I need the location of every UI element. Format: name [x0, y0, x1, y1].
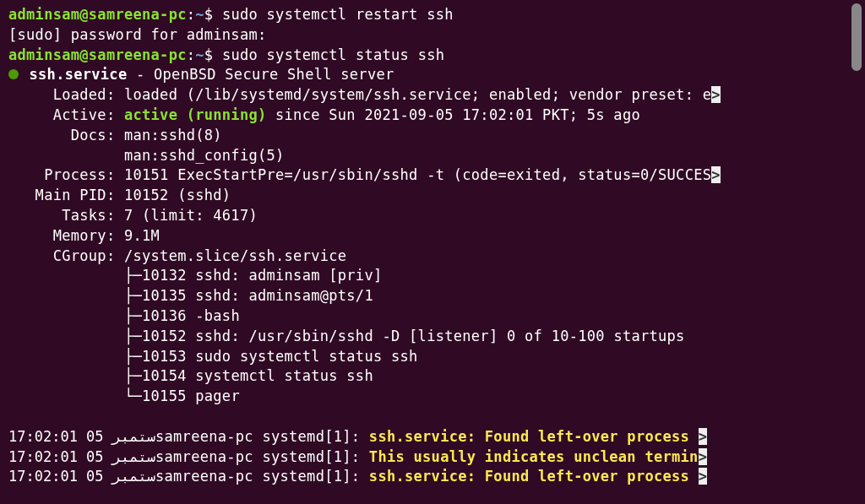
mainpid-line: Main PID: 10152 (sshd): [8, 186, 857, 206]
service-desc: - OpenBSD Secure Shell server: [127, 66, 394, 83]
sep: :: [187, 6, 196, 23]
process-line: Process: 10151 ExecStartPre=/usr/sbin/ss…: [8, 165, 857, 186]
docs-line-1: Docs: man:sshd(8): [8, 126, 857, 146]
process-entry: 10135 sshd: adminsam@pts/1: [142, 287, 373, 304]
path: ~: [195, 6, 204, 23]
log-line-1: 17:02:01 05 ستمبرsamreena-pc systemd[1]:…: [8, 427, 857, 447]
user-host: adminsam@samreena-pc: [8, 6, 187, 23]
prompt-line-1: adminsam@samreena-pc:~$ sudo systemctl r…: [8, 5, 857, 25]
user-host: adminsam@samreena-pc: [8, 46, 187, 63]
loaded-line: Loaded: loaded (/lib/systemd/system/ssh.…: [8, 85, 857, 106]
log-message: This usually indicates unclean termin: [369, 448, 699, 465]
log-month: ستمبر: [112, 468, 155, 485]
tree-item: ├─10154 systemctl status ssh: [8, 366, 857, 387]
truncation-indicator: >: [699, 428, 708, 445]
blank-line: [8, 407, 857, 427]
tree-item: ├─10132 sshd: adminsam [priv]: [8, 266, 857, 286]
log-month: ستمبر: [112, 448, 155, 465]
process-entry: 10153 sudo systemctl status ssh: [142, 348, 418, 365]
service-header: ssh.service - OpenBSD Secure Shell serve…: [8, 65, 857, 85]
tree-item: ├─10136 -bash: [8, 306, 857, 327]
docs-value: man:sshd(8): [124, 127, 222, 144]
active-since: since Sun 2021-09-05 17:02:01 PKT; 5s ag…: [267, 106, 640, 123]
prompt-line-2: adminsam@samreena-pc:~$ sudo systemctl s…: [8, 46, 857, 66]
cgroup-value: /system.slice/ssh.service: [124, 247, 346, 264]
tree-item: └─10155 pager: [8, 387, 857, 407]
mainpid-value: 10152 (sshd): [124, 187, 231, 203]
truncation-indicator: >: [699, 448, 708, 465]
log-source: samreena-pc systemd[1]:: [155, 428, 369, 445]
tree-item: ├─10153 sudo systemctl status ssh: [8, 347, 857, 367]
log-time: 17:02:01 05: [8, 428, 112, 445]
memory-value: 9.1M: [124, 227, 160, 244]
terminal-output[interactable]: adminsam@samreena-pc:~$ sudo systemctl r…: [8, 5, 857, 487]
log-line-2: 17:02:01 05 ستمبرsamreena-pc systemd[1]:…: [8, 447, 857, 468]
active-line: Active: active (running) since Sun 2021-…: [8, 106, 857, 126]
command-text: sudo systemctl restart ssh: [222, 6, 454, 23]
log-source: samreena-pc systemd[1]:: [155, 448, 369, 465]
log-time: 17:02:01 05: [8, 468, 112, 485]
process-entry: 10155 pager: [142, 387, 240, 404]
log-message: ssh.service: Found left-over process: [369, 428, 699, 445]
sudo-prompt: [sudo] password for adminsam:: [8, 25, 857, 46]
cgroup-line: CGroup: /system.slice/ssh.service: [8, 247, 857, 267]
log-source: samreena-pc systemd[1]:: [155, 468, 369, 485]
command-restart: [213, 6, 222, 23]
loaded-value: loaded (/lib/systemd/system/ssh.service;…: [124, 86, 711, 103]
tree-item: ├─10135 sshd: adminsam@pts/1: [8, 286, 857, 306]
tree-item: ├─10152 sshd: /usr/sbin/sshd -D [listene…: [8, 327, 857, 347]
truncation-indicator: >: [711, 86, 721, 103]
process-entry: 10132 sshd: adminsam [priv]: [142, 267, 382, 284]
tasks-value: 7 (limit: 4617): [124, 207, 258, 224]
docs-value: man:sshd_config(5): [124, 147, 285, 164]
dollar: $: [204, 6, 214, 23]
log-message: ssh.service: Found left-over process: [369, 468, 699, 485]
truncation-indicator: >: [699, 468, 708, 485]
service-name: ssh.service: [30, 66, 128, 83]
docs-line-2: man:sshd_config(5): [8, 146, 857, 166]
status-bullet-icon: [8, 69, 19, 79]
memory-line: Memory: 9.1M: [8, 226, 857, 247]
process-value: 10151 ExecStartPre=/usr/sbin/sshd -t (co…: [124, 166, 711, 183]
truncation-indicator: >: [711, 166, 721, 183]
process-entry: 10152 sshd: /usr/sbin/sshd -D [listener]…: [142, 328, 685, 344]
process-entry: 10154 systemctl status ssh: [142, 367, 373, 384]
command-text: sudo systemctl status ssh: [222, 46, 444, 63]
log-time: 17:02:01 05: [8, 448, 112, 465]
log-line-3: 17:02:01 05 ستمبرsamreena-pc systemd[1]:…: [8, 467, 857, 487]
active-state: active (running): [124, 106, 267, 123]
log-month: ستمبر: [112, 428, 155, 445]
process-entry: 10136 -bash: [142, 307, 240, 324]
scrollbar-thumb[interactable]: [851, 3, 862, 71]
tasks-line: Tasks: 7 (limit: 4617): [8, 206, 857, 226]
